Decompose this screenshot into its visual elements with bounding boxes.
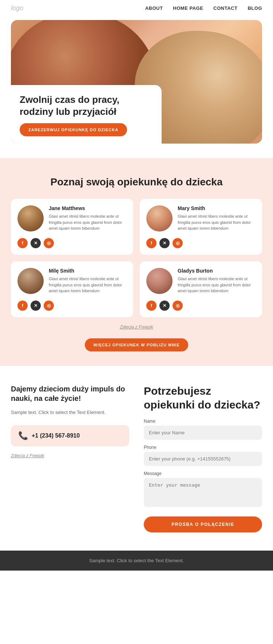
- avatar-3: [17, 268, 44, 294]
- x-icon-4[interactable]: ✕: [159, 301, 170, 311]
- x-icon-2[interactable]: ✕: [159, 238, 170, 248]
- facebook-icon-1[interactable]: f: [17, 238, 28, 248]
- form-name-label: Name: [144, 419, 262, 424]
- facebook-icon-3[interactable]: f: [17, 301, 28, 311]
- nav-home-page[interactable]: HOME PAGE: [173, 5, 203, 11]
- instagram-icon-3[interactable]: ◎: [44, 301, 54, 311]
- babysitter-name-3: Milę Smith: [49, 268, 127, 274]
- contact-right: Potrzebujesz opiekunki do dziecka? Name …: [144, 384, 262, 532]
- babysitter-name-2: Mary Smith: [178, 205, 256, 211]
- hero-section: Zwolnij czas do pracy, rodziny lub przyj…: [11, 20, 262, 144]
- nav-about[interactable]: ABOUT: [145, 5, 163, 11]
- footer: Sample text. Click to select the Text El…: [0, 551, 273, 571]
- babysitter-name-4: Gladys Burton: [178, 268, 256, 274]
- babysitter-bio-3: Glavi amet ritnisl libero molestie ante …: [49, 276, 127, 294]
- facebook-icon-2[interactable]: f: [146, 238, 157, 248]
- hero-text-box: Zwolnij czas do pracy, rodziny lub przyj…: [11, 85, 162, 144]
- form-phone-input[interactable]: [144, 452, 262, 466]
- contact-left-heading: Dajemy dzieciom duży impuls do nauki, na…: [11, 384, 129, 403]
- social-icons-3: f ✕ ◎: [17, 299, 127, 311]
- contact-form-heading: Potrzebujesz opiekunki do dziecka?: [144, 384, 262, 411]
- form-message-textarea[interactable]: [144, 478, 262, 507]
- form-message-group: Message: [144, 471, 262, 508]
- x-icon-1[interactable]: ✕: [31, 238, 41, 248]
- card-info-1: Jane Matthews Glavi amet ritnisl libero …: [49, 205, 127, 232]
- form-phone-group: Phone: [144, 445, 262, 466]
- babysitters-section: Poznaj swoją opiekunkę do dziecka Jane M…: [0, 158, 273, 366]
- navbar: logo ABOUT HOME PAGE CONTACT BLOG: [0, 0, 273, 16]
- facebook-icon-4[interactable]: f: [146, 301, 157, 311]
- hero-cta-button[interactable]: ZAREZERWUJ OPIEKUNKĘ DO DZIECKA: [20, 123, 127, 136]
- babysitter-card-1: Jane Matthews Glavi amet ritnisl libero …: [11, 199, 133, 255]
- babysitter-card-3: Milę Smith Glavi amet ritnisl libero mol…: [11, 261, 133, 317]
- footer-text: Sample text. Click to select the Text El…: [89, 558, 184, 563]
- x-icon-3[interactable]: ✕: [31, 301, 41, 311]
- card-top-1: Jane Matthews Glavi amet ritnisl libero …: [17, 205, 127, 232]
- card-top-2: Mary Smith Glavi amet ritnisl libero mol…: [146, 205, 256, 232]
- avatar-4: [146, 268, 173, 294]
- card-top-3: Milę Smith Glavi amet ritnisl libero mol…: [17, 268, 127, 294]
- card-info-3: Milę Smith Glavi amet ritnisl libero mol…: [49, 268, 127, 294]
- babysitter-card-2: Mary Smith Glavi amet ritnisl libero mol…: [140, 199, 262, 255]
- phone-icon: 📞: [18, 431, 28, 440]
- nav-links: ABOUT HOME PAGE CONTACT BLOG: [145, 5, 262, 11]
- card-info-4: Gladys Burton Glavi amet ritnisl libero …: [178, 268, 256, 294]
- logo: logo: [11, 4, 23, 12]
- instagram-icon-2[interactable]: ◎: [173, 238, 183, 248]
- babysitter-name-1: Jane Matthews: [49, 205, 127, 211]
- form-phone-label: Phone: [144, 445, 262, 450]
- freepik-credit-babysitters[interactable]: Zdjęcia z Freepik: [11, 325, 262, 330]
- instagram-icon-1[interactable]: ◎: [44, 238, 54, 248]
- form-submit-button[interactable]: PROŚBA O POŁĄCZENIE: [144, 516, 262, 532]
- avatar-2: [146, 205, 173, 232]
- nav-contact[interactable]: CONTACT: [213, 5, 237, 11]
- form-name-group: Name: [144, 419, 262, 440]
- babysitter-bio-2: Glavi amet ritnisl libero molestie ante …: [178, 213, 256, 232]
- phone-box: 📞 +1 (234) 567-8910: [11, 425, 129, 446]
- instagram-icon-4[interactable]: ◎: [173, 301, 183, 311]
- babysitters-grid: Jane Matthews Glavi amet ritnisl libero …: [11, 199, 262, 317]
- contact-section: Dajemy dzieciom duży impuls do nauki, na…: [0, 366, 273, 551]
- nav-blog[interactable]: BLOG: [248, 5, 262, 11]
- phone-number: +1 (234) 567-8910: [32, 432, 80, 439]
- freepik-credit-contact[interactable]: Zdjęcia z Freepik: [11, 453, 44, 458]
- more-babysitters-button[interactable]: WIĘCEJ OPIEKUNEK W POBLIŻU MNIE: [85, 338, 189, 351]
- avatar-1: [17, 205, 44, 232]
- social-icons-1: f ✕ ◎: [17, 237, 127, 248]
- card-info-2: Mary Smith Glavi amet ritnisl libero mol…: [178, 205, 256, 232]
- babysitter-card-4: Gladys Burton Glavi amet ritnisl libero …: [140, 261, 262, 317]
- card-top-4: Gladys Burton Glavi amet ritnisl libero …: [146, 268, 256, 294]
- babysitters-heading: Poznaj swoją opiekunkę do dziecka: [11, 176, 262, 188]
- form-name-input[interactable]: [144, 426, 262, 440]
- hero-title: Zwolnij czas do pracy, rodziny lub przyj…: [20, 94, 153, 117]
- babysitter-bio-4: Glavi amet ritnisl libero molestie ante …: [178, 276, 256, 294]
- social-icons-4: f ✕ ◎: [146, 299, 256, 311]
- form-message-label: Message: [144, 471, 262, 476]
- contact-left: Dajemy dzieciom duży impuls do nauki, na…: [11, 384, 129, 459]
- contact-left-text: Sample text. Click to select the Text El…: [11, 409, 129, 416]
- babysitter-bio-1: Glavi amet ritnisl libero molestie ante …: [49, 213, 127, 232]
- social-icons-2: f ✕ ◎: [146, 237, 256, 248]
